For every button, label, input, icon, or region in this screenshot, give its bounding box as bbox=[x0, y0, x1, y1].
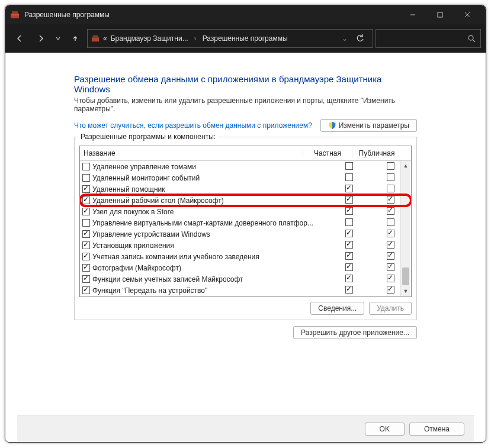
minimize-button[interactable] bbox=[399, 5, 426, 24]
search-icon bbox=[467, 34, 476, 43]
svg-point-9 bbox=[468, 36, 473, 40]
forward-button[interactable] bbox=[31, 29, 50, 48]
public-checkbox[interactable] bbox=[387, 196, 394, 204]
row-label: Установщик приложения bbox=[92, 241, 174, 250]
content-area: Разрешение обмена данными с приложениями… bbox=[5, 53, 486, 442]
private-checkbox[interactable] bbox=[345, 196, 353, 204]
delete-button[interactable]: Удалить bbox=[369, 302, 412, 315]
table-row[interactable]: Удаленный рабочий стол (Майкрософт) bbox=[80, 195, 411, 206]
row-enable-checkbox[interactable] bbox=[82, 196, 90, 204]
breadcrumb-level1[interactable]: Брандмауэр Защитни... bbox=[111, 34, 188, 43]
table-row[interactable]: Удаленный мониторинг событий bbox=[80, 172, 411, 183]
close-button[interactable] bbox=[454, 5, 481, 24]
row-enable-checkbox[interactable] bbox=[82, 286, 90, 294]
public-checkbox[interactable] bbox=[387, 252, 394, 260]
svg-line-10 bbox=[473, 40, 475, 42]
up-button[interactable] bbox=[66, 29, 85, 48]
public-checkbox[interactable] bbox=[387, 185, 394, 192]
window-frame: Разрешенные программы bbox=[5, 5, 486, 443]
scroll-up-icon[interactable]: ▲ bbox=[401, 161, 410, 170]
private-checkbox[interactable] bbox=[345, 252, 353, 260]
row-enable-checkbox[interactable] bbox=[82, 174, 90, 182]
row-enable-checkbox[interactable] bbox=[82, 208, 90, 215]
table-row[interactable]: Управление устройствами Windows bbox=[80, 228, 411, 240]
page-title: Разрешение обмена данными с приложениями… bbox=[74, 74, 417, 94]
scroll-thumb[interactable] bbox=[402, 267, 409, 285]
private-checkbox[interactable] bbox=[345, 173, 353, 181]
nav-bar: « Брандмауэр Защитни... › Разрешенные пр… bbox=[5, 24, 486, 53]
search-box[interactable] bbox=[376, 29, 481, 48]
table-row[interactable]: Учетная запись компании или учебного зав… bbox=[80, 251, 411, 262]
public-checkbox[interactable] bbox=[387, 207, 394, 215]
svg-rect-8 bbox=[93, 36, 98, 38]
col-public[interactable]: Публичная bbox=[352, 149, 401, 157]
public-checkbox[interactable] bbox=[387, 275, 394, 282]
table-row[interactable]: Функция "Передать на устройство" bbox=[80, 285, 411, 296]
private-checkbox[interactable] bbox=[345, 286, 353, 294]
help-link[interactable]: Что может случиться, если разрешить обме… bbox=[74, 121, 312, 130]
public-checkbox[interactable] bbox=[387, 218, 394, 226]
row-enable-checkbox[interactable] bbox=[82, 264, 90, 272]
public-checkbox[interactable] bbox=[387, 286, 394, 294]
back-button[interactable] bbox=[10, 29, 29, 48]
private-checkbox[interactable] bbox=[345, 275, 353, 282]
public-checkbox[interactable] bbox=[387, 173, 394, 181]
row-enable-checkbox[interactable] bbox=[82, 219, 90, 227]
col-name[interactable]: Название bbox=[80, 149, 303, 157]
table-row[interactable]: Удаленное управление томами bbox=[80, 161, 411, 172]
change-settings-button[interactable]: Изменить параметры bbox=[320, 119, 417, 132]
window-title: Разрешенные программы bbox=[24, 11, 394, 19]
scrollbar[interactable]: ▲ ▼ bbox=[400, 161, 410, 296]
ok-button[interactable]: OK bbox=[365, 423, 405, 436]
row-enable-checkbox[interactable] bbox=[82, 253, 90, 260]
address-bar[interactable]: « Брандмауэр Защитни... › Разрешенные пр… bbox=[87, 29, 373, 48]
table-row[interactable]: Фотографии (Майкрософт) bbox=[80, 262, 411, 273]
details-button[interactable]: Сведения... bbox=[310, 302, 364, 315]
col-private[interactable]: Частная bbox=[303, 149, 352, 157]
public-checkbox[interactable] bbox=[387, 241, 394, 249]
table-row[interactable]: Узел для покупок в Store bbox=[80, 206, 411, 217]
chevron-right-icon: › bbox=[192, 34, 199, 43]
chevron-down-icon[interactable]: ⌄ bbox=[342, 34, 348, 43]
breadcrumb-level2[interactable]: Разрешенные программы bbox=[203, 34, 288, 43]
row-label: Удаленный рабочий стол (Майкрософт) bbox=[92, 196, 224, 205]
row-enable-checkbox[interactable] bbox=[82, 241, 90, 249]
instruction-text: Чтобы добавить, изменить или удалить раз… bbox=[74, 96, 417, 113]
private-checkbox[interactable] bbox=[345, 241, 353, 249]
uac-shield-icon bbox=[328, 121, 336, 130]
table-row[interactable]: Установщик приложения bbox=[80, 240, 411, 251]
public-checkbox[interactable] bbox=[387, 230, 394, 237]
public-checkbox[interactable] bbox=[387, 263, 394, 271]
row-label: Фотографии (Майкрософт) bbox=[92, 264, 181, 272]
cancel-button[interactable]: Отмена bbox=[409, 423, 464, 436]
refresh-button[interactable] bbox=[351, 34, 369, 43]
table-row[interactable]: Управление виртуальными смарт-картами до… bbox=[80, 217, 411, 228]
change-settings-label: Изменить параметры bbox=[339, 121, 409, 130]
dialog-footer: OK Отмена bbox=[17, 415, 474, 442]
maximize-button[interactable] bbox=[426, 5, 454, 24]
private-checkbox[interactable] bbox=[345, 162, 353, 170]
private-checkbox[interactable] bbox=[345, 185, 353, 192]
table-row[interactable]: Функции семьи учетных записей Майкрософт bbox=[80, 273, 411, 285]
breadcrumb-prefix: « bbox=[103, 34, 107, 43]
row-enable-checkbox[interactable] bbox=[82, 275, 90, 283]
private-checkbox[interactable] bbox=[345, 207, 353, 215]
apps-table: Название Частная Публичная Удаленное упр… bbox=[79, 146, 412, 297]
private-checkbox[interactable] bbox=[345, 230, 353, 237]
title-bar: Разрешенные программы bbox=[5, 5, 486, 24]
recent-dropdown[interactable] bbox=[53, 29, 63, 48]
table-row[interactable]: Удаленный помощник bbox=[80, 183, 411, 195]
svg-rect-1 bbox=[11, 14, 19, 15]
row-label: Удаленный мониторинг событий bbox=[92, 174, 200, 182]
firewall-icon bbox=[91, 34, 100, 43]
private-checkbox[interactable] bbox=[345, 218, 353, 226]
scroll-down-icon[interactable]: ▼ bbox=[401, 286, 410, 296]
row-enable-checkbox[interactable] bbox=[82, 230, 90, 238]
row-enable-checkbox[interactable] bbox=[82, 163, 90, 170]
row-label: Управление устройствами Windows bbox=[92, 230, 210, 238]
allow-other-app-button[interactable]: Разрешить другое приложение... bbox=[293, 326, 417, 339]
public-checkbox[interactable] bbox=[387, 162, 394, 170]
private-checkbox[interactable] bbox=[345, 263, 353, 271]
group-label: Разрешенные программы и компоненты: bbox=[78, 133, 218, 141]
row-enable-checkbox[interactable] bbox=[82, 185, 90, 193]
